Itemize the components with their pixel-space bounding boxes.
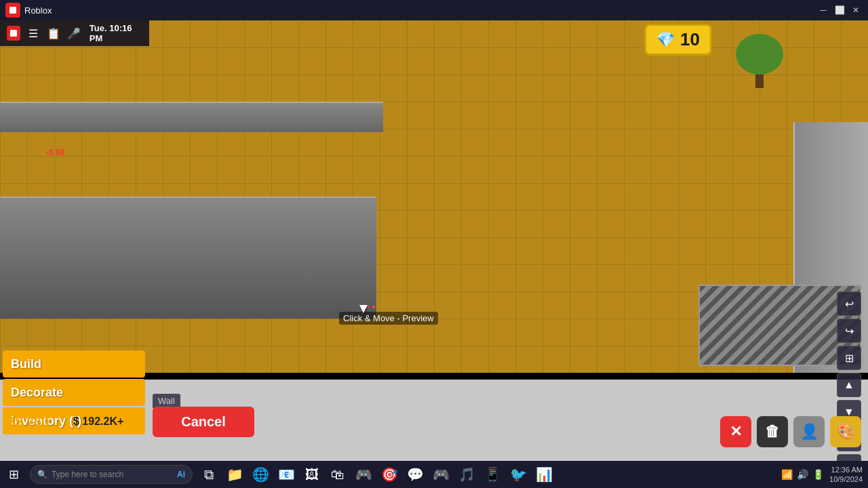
red-label: -$ 88 [46,148,64,157]
explorer-icon[interactable]: 📁 [222,461,247,488]
wifi-icon: 📶 [781,469,793,480]
clock-date: 10/9/2024 [829,474,863,484]
volume-icon: 🔊 [797,469,808,480]
titlebar-controls: ─ ⬜ ✕ [816,3,863,17]
list-icon[interactable]: 📋 [46,25,61,41]
discord-icon[interactable]: 💬 [403,461,427,488]
game-toolbar: ☰ 📋 🎤 Tue. 10:16 PM [0,20,149,46]
extra-icon3[interactable]: 📊 [532,461,556,488]
roblox-logo [5,3,20,18]
svg-rect-0 [9,7,16,14]
decorate-button[interactable]: Decorate [3,379,145,406]
robux-icon: 💎 [656,31,675,49]
ai-label: Ai [177,470,185,479]
maximize-button[interactable]: ⬜ [833,3,846,17]
platform-main [0,197,376,319]
undo-button[interactable]: ↩ [837,291,861,316]
right-controls: ↩ ↪ ⊞ ▲ ▼ ⛶ ··· [837,291,861,479]
cash-display: $ 192.2K+ [73,408,141,435]
search-bar[interactable]: 🔍 Type here to search Ai [30,465,193,484]
palette-button[interactable]: 🎨 [830,416,861,447]
svg-rect-1 [10,30,17,37]
clock-time: 12:36 AM [829,465,863,474]
search-icon: 🔍 [37,470,47,479]
grid-button[interactable]: ⊞ [837,346,861,370]
mail-icon[interactable]: 📧 [274,461,298,488]
system-tray: 📶 🔊 🔋 [781,469,824,480]
datetime-display: Tue. 10:16 PM [90,23,142,43]
clock[interactable]: 12:36 AM 10/9/2024 [829,465,863,485]
battery-icon: 🔋 [812,469,824,480]
click-indicator: • • [366,302,376,312]
mic-icon[interactable]: 🎤 [66,25,81,41]
chrome-icon[interactable]: 🌐 [248,461,273,488]
cash-value: $ 192.2K+ [73,415,123,428]
player-button[interactable]: 👤 [793,416,825,447]
spotify-icon[interactable]: 🎵 [454,461,479,488]
menu-icon[interactable]: ☰ [26,25,41,41]
currency-amount: 10 [680,29,700,50]
extra-icon[interactable]: 📱 [480,461,505,488]
taskbar-right: 📶 🔊 🔋 12:36 AM 10/9/2024 [781,465,868,485]
store-icon[interactable]: 🛍 [326,461,350,488]
redo-button[interactable]: ↪ [837,319,861,343]
titlebar-left: Roblox [5,3,52,18]
platform-top [0,102,383,132]
bs-currency-display: B$ 760 [0,408,75,435]
up-button[interactable]: ▲ [837,373,861,397]
delete-button[interactable]: 🗑 [757,416,788,447]
currency-badge: 💎 10 [644,24,712,56]
taskbar-icons: ⧉ 📁 🌐 📧 🖼 🛍 🎮 🎯 💬 🎮 🎵 📱 🐦 📊 [197,461,556,488]
taskview-icon[interactable]: ⧉ [197,461,221,488]
cancel-button[interactable]: Cancel [153,407,254,437]
tree [732,34,787,88]
wall-label: Wall [153,394,180,408]
minimize-button[interactable]: ─ [816,3,830,17]
search-placeholder: Type here to search [52,470,123,479]
extra-icon2[interactable]: 🐦 [506,461,530,488]
xbox-icon[interactable]: 🎮 [429,461,453,488]
tooltip-text: Click & Move - Preview [339,312,438,325]
close-action-button[interactable]: ✕ [720,416,751,447]
steam-icon[interactable]: 🎮 [351,461,376,488]
window-title: Roblox [24,5,52,16]
titlebar: Roblox ─ ⬜ ✕ [0,0,868,20]
bs-value: B$ 760 [5,414,50,430]
start-button[interactable]: ⊞ [0,461,27,488]
taskbar: ⊞ 🔍 Type here to search Ai ⧉ 📁 🌐 📧 🖼 🛍 🎮… [0,461,868,488]
photos-icon[interactable]: 🖼 [300,461,324,488]
build-button[interactable]: Build [3,350,145,378]
close-button[interactable]: ✕ [849,3,863,17]
tree-leaves [736,34,783,75]
game-icon2[interactable]: 🎯 [377,461,401,488]
bottom-right-buttons: ✕ 🗑 👤 🎨 [720,416,861,447]
toolbar-roblox-icon [7,26,20,41]
game-viewport[interactable]: -$ 88 • • Click & Move - Preview 💎 10 [0,20,868,373]
